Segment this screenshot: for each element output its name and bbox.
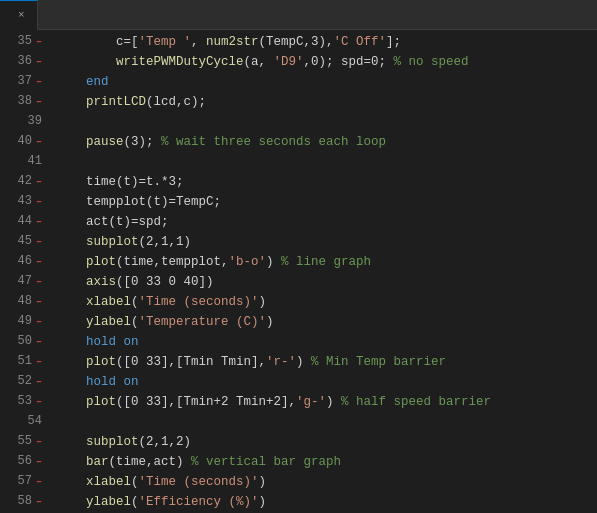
- editor: 35–36–37–38–3940–4142–43–44–45–46–47–48–…: [0, 30, 597, 513]
- code-line: printLCD(lcd,c);: [56, 92, 597, 112]
- token-plain: ): [259, 292, 267, 312]
- token-fn: ylabel: [86, 312, 131, 332]
- breakpoint-minus-icon[interactable]: –: [36, 94, 42, 110]
- breakpoint-minus-icon[interactable]: –: [36, 354, 42, 370]
- gutter-line: 55–: [0, 432, 42, 452]
- token-fn: bar: [86, 452, 109, 472]
- breakpoint-minus-icon[interactable]: –: [36, 234, 42, 250]
- line-number: 55: [18, 432, 32, 451]
- breakpoint-minus-icon[interactable]: –: [36, 454, 42, 470]
- token-fn: subplot: [86, 432, 139, 452]
- gutter-line: 53–: [0, 392, 42, 412]
- code-line: axis([0 33 0 40]): [56, 272, 597, 292]
- code-line: ylabel('Temperature (C)'): [56, 312, 597, 332]
- code-line: subplot(2,1,1): [56, 232, 597, 252]
- token-plain: act(t)=spd;: [56, 212, 169, 232]
- token-cmt: % vertical bar graph: [191, 452, 341, 472]
- line-number: 39: [28, 112, 42, 131]
- gutter-line: 42–: [0, 172, 42, 192]
- token-plain: [116, 372, 124, 392]
- code-line: time(t)=t.*3;: [56, 172, 597, 192]
- token-fn: axis: [86, 272, 116, 292]
- breakpoint-minus-icon[interactable]: –: [36, 394, 42, 410]
- token-plain: (2,1,2): [139, 432, 192, 452]
- tab-close-button[interactable]: ×: [16, 8, 27, 22]
- line-number: 47: [18, 272, 32, 291]
- code-line: plot(time,tempplot,'b-o') % line graph: [56, 252, 597, 272]
- new-tab-button[interactable]: [38, 1, 66, 29]
- breakpoint-minus-icon[interactable]: –: [36, 474, 42, 490]
- line-number: 38: [18, 92, 32, 111]
- breakpoint-minus-icon[interactable]: –: [36, 54, 42, 70]
- breakpoint-minus-icon[interactable]: –: [36, 334, 42, 350]
- token-plain: [56, 132, 86, 152]
- code-area[interactable]: c=['Temp ', num2str(TempC,3),'C Off']; w…: [48, 30, 597, 513]
- code-line: [56, 112, 597, 132]
- token-fn: plot: [86, 352, 116, 372]
- code-line: bar(time,act) % vertical bar graph: [56, 452, 597, 472]
- breakpoint-minus-icon[interactable]: –: [36, 214, 42, 230]
- breakpoint-minus-icon[interactable]: –: [36, 274, 42, 290]
- gutter-line: 38–: [0, 92, 42, 112]
- gutter-line: 45–: [0, 232, 42, 252]
- gutter-line: 52–: [0, 372, 42, 392]
- breakpoint-minus-icon[interactable]: –: [36, 374, 42, 390]
- breakpoint-minus-icon[interactable]: –: [36, 254, 42, 270]
- token-str: 'C Off': [334, 32, 387, 52]
- code-line: [56, 412, 597, 432]
- token-plain: [56, 232, 86, 252]
- token-plain: (: [131, 492, 139, 512]
- token-fn: plot: [86, 252, 116, 272]
- token-fn: plot: [86, 392, 116, 412]
- line-number: 56: [18, 452, 32, 471]
- token-plain: [56, 72, 86, 92]
- token-cmt: % wait three seconds each loop: [161, 132, 386, 152]
- line-number: 51: [18, 352, 32, 371]
- code-line: end: [56, 72, 597, 92]
- token-fn: num2str: [206, 32, 259, 52]
- token-str: 'Temp ': [139, 32, 192, 52]
- token-plain: [56, 52, 116, 72]
- breakpoint-minus-icon[interactable]: –: [36, 174, 42, 190]
- token-plain: ): [296, 352, 311, 372]
- line-number: 37: [18, 72, 32, 91]
- gutter-line: 40–: [0, 132, 42, 152]
- code-line: writePWMDutyCycle(a, 'D9',0); spd=0; % n…: [56, 52, 597, 72]
- breakpoint-minus-icon[interactable]: –: [36, 434, 42, 450]
- breakpoint-minus-icon[interactable]: –: [36, 34, 42, 50]
- token-plain: [56, 472, 86, 492]
- gutter-line: 46–: [0, 252, 42, 272]
- token-fn: writePWMDutyCycle: [116, 52, 244, 72]
- line-number: 36: [18, 52, 32, 71]
- token-plain: [56, 272, 86, 292]
- token-plain: (time,tempplot,: [116, 252, 229, 272]
- token-kw: end: [86, 72, 109, 92]
- token-plain: (: [131, 292, 139, 312]
- gutter-line: 39: [0, 112, 42, 132]
- token-plain: (2,1,1): [139, 232, 192, 252]
- token-plain: ([0 33 0 40]): [116, 272, 214, 292]
- code-line: plot([0 33],[Tmin Tmin],'r-') % Min Temp…: [56, 352, 597, 372]
- tab-fanread[interactable]: ×: [0, 0, 38, 30]
- token-str: 'Temperature (C)': [139, 312, 267, 332]
- line-number: 40: [18, 132, 32, 151]
- gutter-line: 36–: [0, 52, 42, 72]
- breakpoint-minus-icon[interactable]: –: [36, 74, 42, 90]
- gutter-line: 56–: [0, 452, 42, 472]
- code-line: plot([0 33],[Tmin+2 Tmin+2],'g-') % half…: [56, 392, 597, 412]
- token-plain: (lcd,c);: [146, 92, 206, 112]
- breakpoint-minus-icon[interactable]: –: [36, 294, 42, 310]
- token-plain: tempplot(t)=TempC;: [56, 192, 221, 212]
- token-str: 'b-o': [229, 252, 267, 272]
- code-line: [56, 152, 597, 172]
- token-plain: [56, 492, 86, 512]
- token-str: 'g-': [296, 392, 326, 412]
- code-line: xlabel('Time (seconds)'): [56, 292, 597, 312]
- breakpoint-minus-icon[interactable]: –: [36, 194, 42, 210]
- breakpoint-minus-icon[interactable]: –: [36, 494, 42, 510]
- breakpoint-minus-icon[interactable]: –: [36, 134, 42, 150]
- breakpoint-minus-icon[interactable]: –: [36, 314, 42, 330]
- token-str: 'Time (seconds)': [139, 472, 259, 492]
- token-plain: [56, 312, 86, 332]
- token-plain: ): [266, 312, 274, 332]
